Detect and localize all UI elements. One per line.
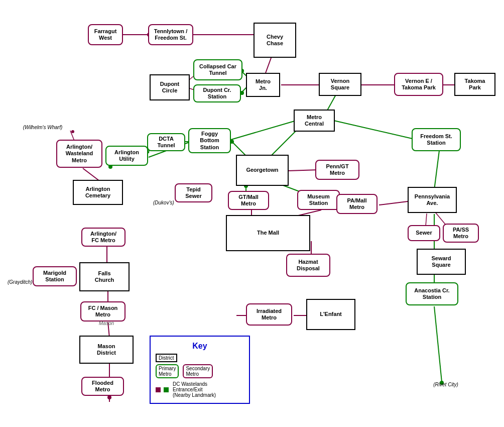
node-arlington-fc: Arlington/FC Metro <box>81 228 125 247</box>
label-rivet-city: (Rivet City) <box>423 382 468 387</box>
node-metro-central: MetroCentral <box>294 110 335 132</box>
svg-line-29 <box>426 214 427 226</box>
node-freedom-st-station: Freedom St.Station <box>412 128 461 151</box>
node-museum-station: MuseumStation <box>297 190 340 210</box>
key-entrance-row: DC WastelandsEntrance/Exit(Nearby Landma… <box>156 381 244 398</box>
svg-line-35 <box>288 170 319 171</box>
key-primary-sample: PrimaryMetro <box>156 364 179 378</box>
label-dukovs: (Dukov's) <box>153 200 174 205</box>
node-collapsed-car: Collapsed CarTunnel <box>193 59 242 80</box>
svg-line-27 <box>379 201 412 205</box>
key-district-row: District <box>156 354 244 362</box>
node-gt-mall: GT/MallMetro <box>228 191 269 210</box>
node-vernon-square: VernonSquare <box>319 73 361 96</box>
node-arlington-wasteland: Arlington/WastelandMetro <box>56 140 102 168</box>
node-the-mall: The Mall <box>226 215 310 251</box>
node-mason-district: MasonDistrict <box>79 336 134 364</box>
node-georgetown: Georgetown <box>236 155 289 186</box>
label-wilhelms-wharf: (Wilhelm's Wharf) <box>15 125 70 130</box>
node-hazmat: HazmatDisposal <box>286 254 330 277</box>
node-takoma-park: TakomaPark <box>454 73 495 96</box>
node-chevy-chase: ChevyChase <box>254 23 296 58</box>
node-arlington-utility: ArlingtonUtility <box>105 146 148 166</box>
svg-line-48 <box>434 306 442 382</box>
key-district-sample: District <box>156 354 177 362</box>
key-metro-row: PrimaryMetro SecondaryMetro <box>156 364 244 378</box>
node-penn-gt: Penn/GTMetro <box>315 160 359 180</box>
node-dupont-circle: DupontCircle <box>150 74 190 100</box>
svg-point-5 <box>71 130 74 133</box>
key-entrance-label: DC WastelandsEntrance/Exit(Nearby Landma… <box>173 381 216 398</box>
node-pa-mall: PA/MallMetro <box>336 194 377 214</box>
node-arlington-cemetery: ArlingtonCemetary <box>73 180 123 205</box>
node-tepid-sewer: TepidSewer <box>175 183 212 202</box>
node-falls-church: FallsChurch <box>79 262 130 291</box>
node-metro-jn: MetroJn. <box>246 73 280 97</box>
node-fc-mason: FC / MasonMetro <box>80 301 125 322</box>
connections-svg <box>0 0 504 427</box>
node-pa-ss: PA/SSMetro <box>443 224 479 243</box>
node-dcta-tunnel: DCTATunnel <box>147 133 185 151</box>
node-dupont-cr: Dupont Cr.Station <box>193 84 241 102</box>
node-pennsylvania-ave: PennsylvaniaAve. <box>408 187 457 213</box>
node-anacostia-cr: Anacostia Cr.Station <box>406 282 458 305</box>
svg-line-46 <box>434 151 439 190</box>
node-flooded-metro: FloodedMetro <box>81 377 124 396</box>
key-box: Key District PrimaryMetro SecondaryMetro… <box>150 336 250 404</box>
svg-line-45 <box>231 121 296 140</box>
node-foggy-bottom: FoggyBottomStation <box>188 128 231 153</box>
node-sewer: Sewer <box>408 225 440 241</box>
label-grayditch: (Grayditch) <box>8 279 32 285</box>
node-tennlytown: Tennlytown /Freedom St. <box>148 24 193 45</box>
svg-line-43 <box>334 121 417 140</box>
node-farragut-west: Farragut West <box>88 24 123 45</box>
node-irradiated-metro: IrradiatedMetro <box>246 303 292 326</box>
node-vernon-e: Vernon E /Takoma Park <box>394 73 443 96</box>
map-container: Farragut West Tennlytown /Freedom St. Ch… <box>0 0 504 427</box>
svg-point-14 <box>107 395 111 399</box>
node-lenfant: L'Enfant <box>306 299 355 330</box>
label-mason: Mason <box>79 321 134 326</box>
svg-line-36 <box>231 141 246 156</box>
key-secondary-sample: SecondaryMetro <box>183 364 213 378</box>
node-seward-square: SewardSquare <box>417 249 466 275</box>
key-title: Key <box>156 342 244 351</box>
node-marigold: MarigoldStation <box>33 266 77 286</box>
